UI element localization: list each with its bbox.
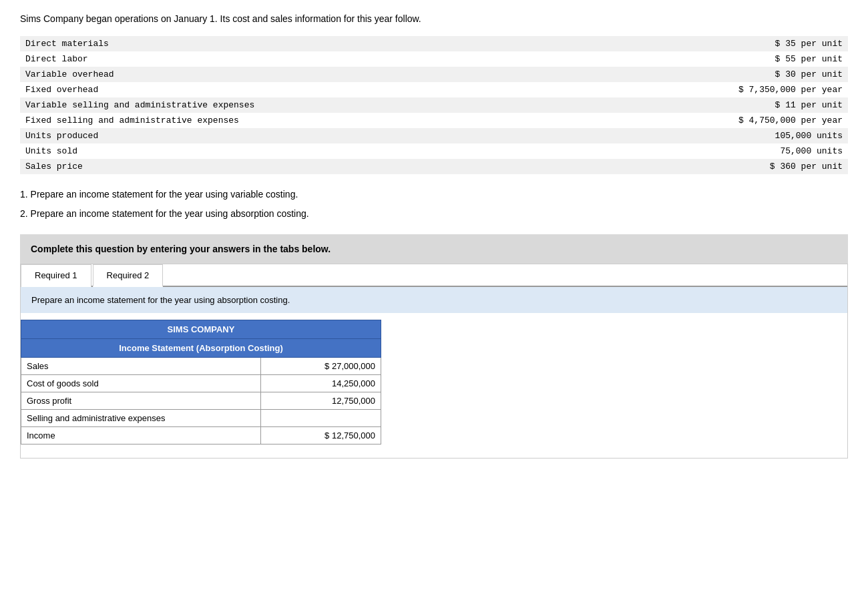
cost-row: Units sold 75,000 units bbox=[20, 143, 848, 159]
table-row: Gross profit 12,750,000 bbox=[21, 392, 381, 410]
tabs-container: Required 1Required 2 Prepare an income s… bbox=[20, 264, 848, 459]
table-row: Sales $ 27,000,000 bbox=[21, 358, 381, 375]
cost-row: Direct materials $ 35 per unit bbox=[20, 36, 848, 51]
intro-text: Sims Company began operations on January… bbox=[20, 13, 848, 24]
row-label: Sales bbox=[21, 358, 261, 375]
cost-row: Fixed selling and administrative expense… bbox=[20, 113, 848, 128]
cost-value: $ 11 per unit bbox=[517, 97, 848, 113]
complete-box: Complete this question by entering your … bbox=[20, 234, 848, 264]
row-value: $ 12,750,000 bbox=[261, 427, 381, 444]
tab-description: Prepare an income statement for the year… bbox=[31, 295, 290, 305]
table-header-company: SIMS COMPANY bbox=[21, 320, 381, 339]
cost-row: Sales price $ 360 per unit bbox=[20, 159, 848, 174]
cost-value: 105,000 units bbox=[517, 128, 848, 143]
cost-table: Direct materials $ 35 per unit Direct la… bbox=[20, 36, 848, 174]
row-label: Selling and administrative expenses bbox=[21, 410, 261, 427]
cost-row: Units produced 105,000 units bbox=[20, 128, 848, 143]
cost-row: Fixed overhead $ 7,350,000 per year bbox=[20, 82, 848, 97]
cost-value: $ 35 per unit bbox=[517, 36, 848, 51]
cost-value: $ 55 per unit bbox=[517, 51, 848, 67]
instruction-2: 2. Prepare an income statement for the y… bbox=[20, 206, 848, 222]
cost-row: Direct labor $ 55 per unit bbox=[20, 51, 848, 67]
cost-value: $ 4,750,000 per year bbox=[517, 113, 848, 128]
income-table: SIMS COMPANY Income Statement (Absorptio… bbox=[21, 320, 381, 444]
statement-title: Income Statement (Absorption Costing) bbox=[21, 339, 381, 358]
cost-label: Fixed selling and administrative expense… bbox=[20, 113, 517, 128]
row-value: 12,750,000 bbox=[261, 392, 381, 410]
cost-label: Fixed overhead bbox=[20, 82, 517, 97]
cost-label: Units sold bbox=[20, 143, 517, 159]
row-label: Cost of goods sold bbox=[21, 375, 261, 392]
cost-row: Variable overhead $ 30 per unit bbox=[20, 67, 848, 82]
instructions: 1. Prepare an income statement for the y… bbox=[20, 186, 848, 222]
cost-label: Variable overhead bbox=[20, 67, 517, 82]
income-table-wrapper: SIMS COMPANY Income Statement (Absorptio… bbox=[21, 320, 847, 458]
row-label: Income bbox=[21, 427, 261, 444]
table-row: Selling and administrative expenses bbox=[21, 410, 381, 427]
cost-value: 75,000 units bbox=[517, 143, 848, 159]
tabs-row: Required 1Required 2 bbox=[21, 264, 847, 287]
cost-value: $ 30 per unit bbox=[517, 67, 848, 82]
cost-label: Units produced bbox=[20, 128, 517, 143]
cost-label: Direct labor bbox=[20, 51, 517, 67]
tab-required-2[interactable]: Required 2 bbox=[93, 264, 164, 287]
table-row: Cost of goods sold 14,250,000 bbox=[21, 375, 381, 392]
table-row: Income $ 12,750,000 bbox=[21, 427, 381, 444]
tab-content: Prepare an income statement for the year… bbox=[21, 287, 847, 313]
company-name: SIMS COMPANY bbox=[21, 320, 381, 339]
cost-label: Direct materials bbox=[20, 36, 517, 51]
instruction-1: 1. Prepare an income statement for the y… bbox=[20, 186, 848, 203]
row-label: Gross profit bbox=[21, 392, 261, 410]
row-value: $ 27,000,000 bbox=[261, 358, 381, 375]
cost-value: $ 360 per unit bbox=[517, 159, 848, 174]
row-value: 14,250,000 bbox=[261, 375, 381, 392]
cost-row: Variable selling and administrative expe… bbox=[20, 97, 848, 113]
cost-label: Variable selling and administrative expe… bbox=[20, 97, 517, 113]
cost-label: Sales price bbox=[20, 159, 517, 174]
row-value bbox=[261, 410, 381, 427]
table-header-title: Income Statement (Absorption Costing) bbox=[21, 339, 381, 358]
tab-required-1[interactable]: Required 1 bbox=[21, 264, 91, 287]
cost-value: $ 7,350,000 per year bbox=[517, 82, 848, 97]
